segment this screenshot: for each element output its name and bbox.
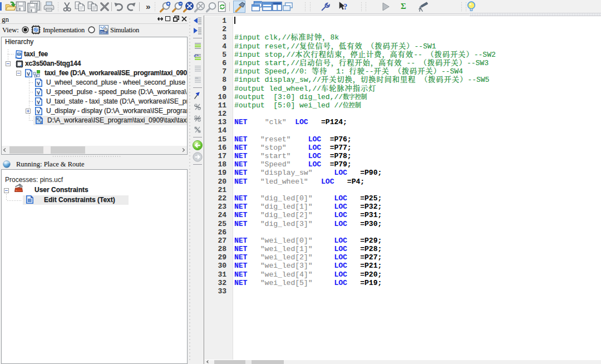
svg-text:V: V <box>37 80 40 86</box>
svg-text:V: V <box>37 99 40 105</box>
svg-text:V: V <box>37 109 40 114</box>
svg-text:f: f <box>40 120 42 124</box>
svg-text:?: ? <box>343 3 347 11</box>
svg-text:V: V <box>37 90 40 95</box>
